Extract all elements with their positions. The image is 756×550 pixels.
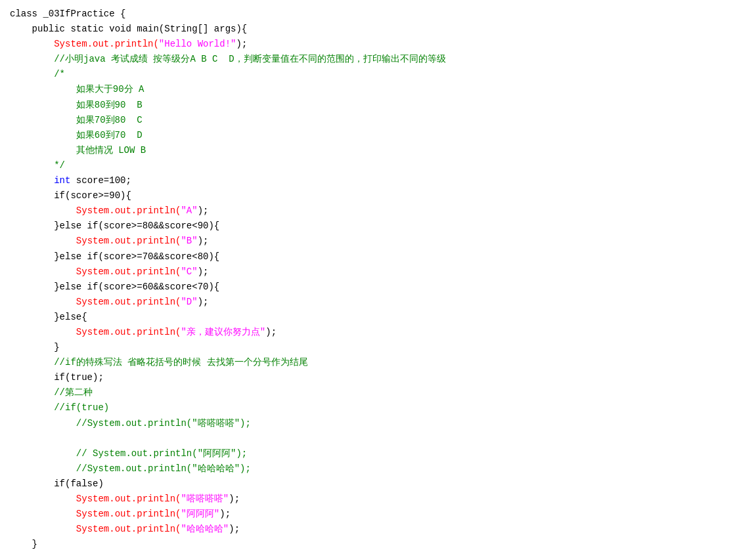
code-block: class _03IfPractice { public static void…: [10, 7, 746, 550]
code-container: class _03IfPractice { public static void…: [0, 0, 756, 550]
